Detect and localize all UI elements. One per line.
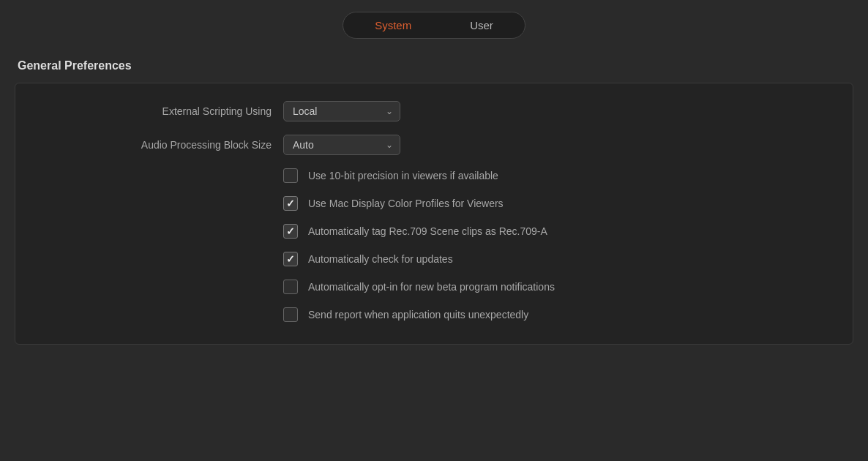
checkmark-mac-display-icon: ✓: [286, 198, 295, 209]
audio-processing-row: Audio Processing Block Size Auto 64 128 …: [37, 135, 831, 155]
checkbox-mac-display-label: Use Mac Display Color Profiles for Viewe…: [308, 198, 504, 209]
checkbox-mac-display[interactable]: ✓: [283, 196, 298, 211]
checkbox-row-check-updates: ✓ Automatically check for updates: [283, 252, 831, 266]
checkbox-row-beta: Automatically opt-in for new beta progra…: [283, 280, 831, 294]
tab-system[interactable]: System: [345, 15, 441, 36]
checkbox-beta-label: Automatically opt-in for new beta progra…: [308, 281, 555, 293]
checkbox-row-mac-display: ✓ Use Mac Display Color Profiles for Vie…: [283, 196, 831, 211]
main-content: General Preferences External Scripting U…: [0, 59, 868, 345]
preferences-panel: External Scripting Using Local Network N…: [15, 83, 853, 345]
audio-processing-label: Audio Processing Block Size: [37, 139, 272, 151]
checkboxes-area: Use 10-bit precision in viewers if avail…: [37, 168, 831, 322]
page: System User General Preferences External…: [0, 0, 868, 461]
checkbox-send-report-label: Send report when application quits unexp…: [308, 309, 528, 321]
external-scripting-select[interactable]: Local Network None: [283, 101, 400, 121]
tab-user[interactable]: User: [441, 15, 523, 36]
checkmark-rec709-icon: ✓: [286, 226, 295, 236]
checkbox-row-send-report: Send report when application quits unexp…: [283, 307, 831, 322]
checkbox-rec709[interactable]: ✓: [283, 224, 298, 239]
audio-processing-dropdown-wrapper: Auto 64 128 256 512 1024 ⌄: [283, 135, 400, 155]
checkbox-send-report[interactable]: [283, 307, 298, 322]
checkbox-10bit[interactable]: [283, 168, 298, 183]
external-scripting-label: External Scripting Using: [37, 105, 272, 117]
external-scripting-row: External Scripting Using Local Network N…: [37, 101, 831, 121]
checkbox-beta[interactable]: [283, 280, 298, 294]
checkmark-updates-icon: ✓: [286, 254, 295, 264]
section-title: General Preferences: [15, 59, 853, 72]
external-scripting-dropdown-wrapper: Local Network None ⌄: [283, 101, 400, 121]
checkbox-check-updates-label: Automatically check for updates: [308, 253, 453, 265]
audio-processing-select[interactable]: Auto 64 128 256 512 1024: [283, 135, 400, 155]
checkbox-check-updates[interactable]: ✓: [283, 252, 298, 266]
tab-switcher: System User: [343, 12, 525, 39]
checkbox-10bit-label: Use 10-bit precision in viewers if avail…: [308, 170, 498, 181]
checkbox-row-rec709: ✓ Automatically tag Rec.709 Scene clips …: [283, 224, 831, 239]
checkbox-row-10bit: Use 10-bit precision in viewers if avail…: [283, 168, 831, 183]
checkbox-rec709-label: Automatically tag Rec.709 Scene clips as…: [308, 225, 547, 237]
